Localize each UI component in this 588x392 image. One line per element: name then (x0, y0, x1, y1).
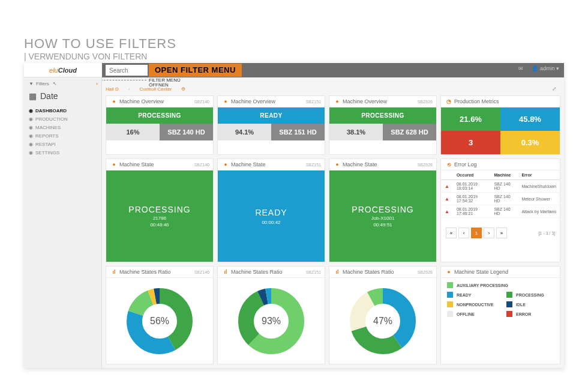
info-icon: ● (334, 98, 340, 104)
model-label: SBZ 628 HD (383, 124, 436, 140)
pager-last[interactable]: » (496, 228, 507, 238)
state-card: ●Machine StateSBZ628PROCESSINGJob-X10010… (329, 158, 437, 262)
state-band: READY (218, 107, 325, 124)
user-menu[interactable]: 👤 admin ▾ (532, 65, 559, 71)
model-label: SBZ 140 HD (160, 124, 213, 140)
info-icon: ⎋ (446, 161, 452, 167)
nav-icon: ◉ (29, 108, 33, 113)
overview-card: ●Machine OverviewSBZ151READY94.1%SBZ 151… (217, 95, 325, 155)
card-header: ılMachine States RatioSBZ628 (329, 267, 436, 278)
filters-toggle[interactable]: ▼ Filters ↖ › (24, 77, 101, 90)
warn-icon: ▲ (441, 193, 453, 205)
table-row[interactable]: ▲08.01.2019 17:54:32SBZ 140 HDMeteor Sho… (441, 193, 560, 205)
table-row[interactable]: ▲08.01.2019 17:48:21SBZ 140 HDAttack by … (441, 205, 560, 218)
card-title: Machine Overview (231, 98, 275, 104)
cursor-icon: ↖ (53, 81, 57, 86)
legend-swatch (447, 301, 453, 307)
slide-subtitle: | VERWENDUNG VON FILTERN (24, 52, 147, 61)
metric-c: 3 (441, 131, 500, 154)
overview-card: ●Machine OverviewSBZ628PROCESSING38.1%SB… (329, 95, 437, 155)
metric-a: 21.6% (441, 107, 500, 131)
metric-b: 45.8% (500, 107, 560, 131)
card-title: Machine State (231, 161, 266, 167)
card-title: Machine States Ratio (119, 269, 171, 275)
nav-item[interactable]: ◉ SETTINGS (29, 150, 97, 155)
legend-item: PROCESSING (500, 290, 560, 300)
overview-card: ●Machine OverviewSBZ140PROCESSING16%SBZ … (106, 95, 214, 155)
gear-icon[interactable]: ⚙ (181, 86, 185, 92)
state-big: PROCESSINGJob-X100100:49:51 (329, 170, 436, 262)
card-header: ●Machine State Legend (441, 267, 560, 278)
percent-value: 16% (106, 124, 160, 140)
callout-label: OPEN FILTER MENU (149, 64, 242, 77)
callout-arrow (101, 80, 146, 80)
nav-item[interactable]: ◉ MACHINES (29, 125, 97, 130)
prod-metrics-card: ◔Production Metrics21.6%45.8%30.3% (440, 95, 560, 155)
card-tag: SBZ140 (194, 100, 209, 104)
chevron-right-icon: › (128, 86, 130, 92)
dashboard-grid: ●Machine OverviewSBZ140PROCESSING16%SBZ … (106, 95, 560, 364)
pager-first[interactable]: « (446, 228, 457, 238)
state-big: READY00:00:42 (218, 170, 325, 262)
table-row[interactable]: ▲08.01.2019 18:03:14SBZ 140 HDMachineShu… (441, 180, 560, 193)
legend-item: AUXILIARY PROCESSING (441, 280, 560, 290)
state-band: PROCESSING (106, 107, 213, 124)
warn-icon: ▲ (441, 205, 453, 218)
nav-icon: ◉ (29, 150, 33, 155)
app-window: eluCloud OPEN FILTER MENU FILTER MENÜÖFF… (24, 63, 564, 368)
nav-item[interactable]: ◉ RESTAPI (29, 142, 97, 147)
topbar: eluCloud OPEN FILTER MENU FILTER MENÜÖFF… (24, 63, 564, 77)
donut-label: 56% (150, 316, 169, 327)
card-header: ●Machine OverviewSBZ628 (329, 96, 436, 107)
filters-label: Filters (36, 81, 49, 86)
nav-item[interactable]: ◉ REPORTS (29, 133, 97, 139)
date-heading[interactable]: ▦ Date (24, 90, 101, 104)
info-icon: ● (111, 98, 117, 104)
legend-card: ●Machine State LegendAUXILIARY PROCESSIN… (440, 266, 560, 364)
info-icon: ● (334, 161, 340, 167)
pager-info: [1 - 3 / 3] (538, 231, 555, 235)
mail-icon[interactable]: ✉ (518, 65, 523, 71)
pager-next[interactable]: › (484, 228, 494, 238)
warn-icon: ▲ (441, 180, 453, 193)
card-header: ●Machine StateSBZ628 (329, 159, 436, 170)
breadcrumb-item[interactable]: Hall D (106, 86, 119, 92)
breadcrumb-item[interactable]: Controll Center (139, 86, 172, 92)
donut-label: 47% (373, 316, 392, 327)
ratio-card: ılMachine States RatioSBZ62847% (329, 266, 437, 364)
legend-item: READY (441, 290, 500, 300)
legend-item: NONPRODUCTIVE (441, 300, 500, 309)
pager-page[interactable]: 1 (471, 228, 482, 238)
legend-item: IDLE (500, 300, 560, 309)
info-icon: ıl (334, 269, 340, 275)
pager-prev[interactable]: ‹ (458, 228, 469, 238)
nav-item[interactable]: ◉ PRODUCTION (29, 116, 97, 122)
card-header: ●Machine StateSBZ151 (218, 159, 325, 170)
sidebar: ▼ Filters ↖ › ▦ Date ◉ DASHBOARD◉ PRODUC… (24, 77, 102, 368)
legend-swatch (447, 311, 453, 317)
expand-icon[interactable]: ⤢ (552, 86, 557, 92)
slide-title: HOW TO USE FILTERS (24, 36, 176, 52)
card-title: Production Metrics (454, 98, 499, 104)
chevron-right-icon: › (96, 81, 98, 86)
card-header: ılMachine States RatioSBZ140 (106, 267, 213, 278)
card-header: ⎋Error Log (441, 159, 560, 170)
card-header: ●Machine StateSBZ140 (106, 159, 213, 170)
logo[interactable]: eluCloud (24, 63, 102, 77)
calendar-icon: ▦ (29, 91, 37, 101)
errlog-card: ⎋Error LogOccuredMachineError▲08.01.2019… (440, 158, 560, 262)
card-tag: SBZ628 (418, 163, 433, 167)
nav-icon: ◉ (29, 142, 33, 147)
pager: «‹1›»[1 - 3 / 3] (441, 218, 560, 248)
search-input[interactable] (106, 65, 148, 76)
card-title: Machine Overview (343, 98, 387, 104)
card-tag: SBZ628 (418, 270, 433, 274)
card-tag: SBZ151 (306, 163, 321, 167)
card-header: ılMachine States RatioSBZ151 (218, 267, 325, 278)
percent-value: 94.1% (218, 124, 271, 140)
card-tag: SBZ151 (306, 270, 321, 274)
card-title: Machine State (343, 161, 377, 167)
legend-swatch (447, 292, 453, 298)
nav-item[interactable]: ◉ DASHBOARD (29, 108, 97, 113)
card-tag: SBZ140 (194, 163, 209, 167)
